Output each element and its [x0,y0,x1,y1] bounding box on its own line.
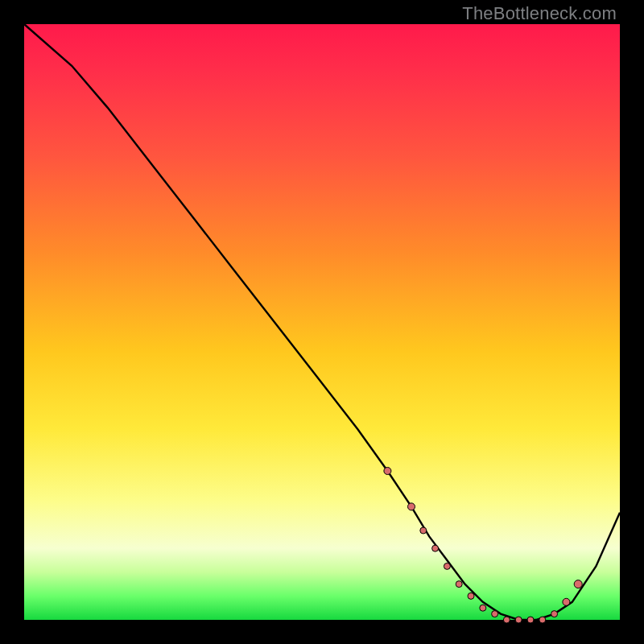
chart-frame: TheBottleneck.com [0,0,644,644]
curve-marker [563,598,570,605]
watermark-text: TheBottleneck.com [462,3,617,24]
curve-marker [468,592,474,599]
curve-marker [539,617,546,623]
bottleneck-curve [24,24,620,620]
curve-marker [503,617,510,623]
curve-marker [384,468,391,475]
chart-overlay [24,24,620,620]
curve-group [24,24,620,623]
curve-marker [444,563,450,569]
curve-marker [456,581,462,588]
curve-marker [492,611,498,617]
curve-marker [527,617,534,623]
curve-markers [384,468,582,624]
curve-marker [551,611,558,617]
curve-marker [480,605,486,611]
curve-marker [432,545,439,551]
curve-marker [515,617,522,623]
curve-marker [420,527,427,534]
curve-marker [408,503,415,510]
curve-marker [574,580,582,588]
